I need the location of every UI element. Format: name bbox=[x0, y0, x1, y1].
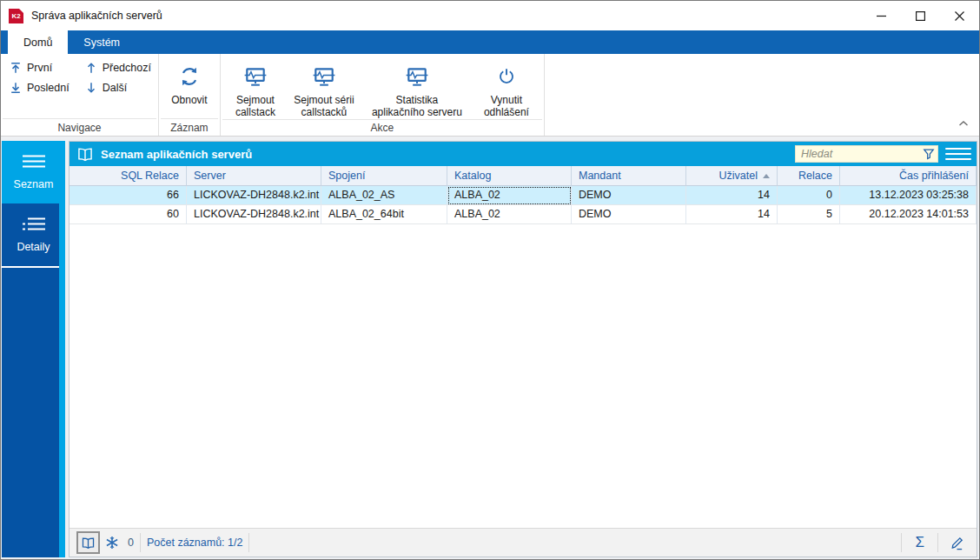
snap-callstack-label: Sejmout callstack bbox=[235, 94, 275, 119]
minimize-icon bbox=[877, 11, 886, 21]
cell-spojeni[interactable]: ALBA_02_AS bbox=[321, 186, 447, 205]
column-header-cas-prihlaseni[interactable]: Čas přihlášení bbox=[840, 166, 977, 186]
table-row[interactable]: 60 LICKOVAZ-DH2848.k2.int ALBA_02_64bit … bbox=[70, 205, 977, 224]
freeze-count: 0 bbox=[128, 537, 134, 549]
cell-mandant[interactable]: DEMO bbox=[572, 186, 686, 205]
cell-sql-relace[interactable]: 60 bbox=[70, 205, 187, 224]
record-count-label: Počet záznamů: 1/2 bbox=[147, 537, 242, 549]
statusbar-divider bbox=[248, 533, 249, 552]
snowflake-icon bbox=[105, 536, 119, 550]
monitor-pulse-icon bbox=[243, 63, 268, 90]
next-record-button[interactable]: Další bbox=[80, 77, 156, 97]
snap-callstack-series-button[interactable]: Sejmout sérii callstacků bbox=[287, 57, 361, 119]
cell-relace[interactable]: 5 bbox=[778, 205, 840, 224]
list-icon bbox=[21, 154, 47, 171]
last-record-label: Poslední bbox=[27, 82, 70, 94]
cell-katalog[interactable]: ALBA_02 bbox=[447, 205, 572, 224]
previous-record-label: Předchozí bbox=[103, 62, 151, 74]
column-header-sql-relace[interactable]: SQL Relace bbox=[70, 166, 187, 186]
app-logo-icon: K2 bbox=[9, 9, 23, 23]
column-header-spojeni[interactable]: Spojení bbox=[321, 166, 447, 186]
table-header-row: SQL Relace Server Spojení Katalog Mandan… bbox=[70, 166, 977, 186]
arrow-down-icon bbox=[85, 82, 97, 94]
force-logout-button[interactable]: Vynutit odhlášení bbox=[473, 57, 540, 119]
maximize-icon bbox=[916, 11, 925, 21]
column-header-katalog[interactable]: Katalog bbox=[447, 166, 572, 186]
hamburger-icon bbox=[945, 148, 971, 150]
monitor-pulse-icon bbox=[405, 63, 429, 90]
view-sidebar: Seznam Detaily bbox=[2, 141, 65, 557]
column-header-server[interactable]: Server bbox=[187, 166, 321, 186]
sidebar-item-label: Detaily bbox=[17, 241, 50, 253]
minimize-button[interactable] bbox=[862, 1, 901, 30]
table-row[interactable]: 66 LICKOVAZ-DH2848.k2.int ALBA_02_AS ALB… bbox=[70, 186, 977, 205]
group-label-akce: Akce bbox=[222, 119, 542, 136]
snap-callstack-series-label: Sejmout sérii callstacků bbox=[294, 94, 354, 119]
sidebar-item-label: Seznam bbox=[14, 178, 54, 190]
cell-server[interactable]: LICKOVAZ-DH2848.k2.int bbox=[187, 205, 321, 224]
next-record-label: Další bbox=[103, 82, 127, 94]
force-logout-label: Vynutit odhlášení bbox=[484, 94, 529, 119]
monitor-pulse-icon bbox=[312, 63, 336, 90]
cell-server[interactable]: LICKOVAZ-DH2848.k2.int bbox=[187, 186, 321, 205]
close-button[interactable] bbox=[940, 1, 979, 30]
sidebar-item-detaily[interactable]: Detaily bbox=[2, 203, 65, 266]
arrow-up-to-bar-icon bbox=[10, 62, 22, 74]
last-record-button[interactable]: Poslední bbox=[4, 77, 75, 97]
cell-relace[interactable]: 0 bbox=[778, 186, 840, 205]
main-panel: Seznam aplikačních serverů SQL Relace Se… bbox=[69, 141, 977, 557]
title-bar: K2 Správa aplikačních serverů bbox=[1, 1, 979, 30]
tab-system[interactable]: Systém bbox=[68, 30, 136, 54]
first-record-button[interactable]: První bbox=[4, 57, 75, 77]
cell-cas-prihlaseni[interactable]: 13.12.2023 03:25:38 bbox=[840, 186, 977, 205]
table-empty-area bbox=[70, 224, 977, 528]
book-view-button[interactable] bbox=[76, 531, 100, 554]
power-icon bbox=[496, 63, 517, 90]
previous-record-button[interactable]: Předchozí bbox=[80, 57, 156, 77]
open-book-icon bbox=[81, 537, 96, 550]
ribbon-tab-bar: Domů Systém bbox=[1, 30, 979, 54]
sort-ascending-icon bbox=[763, 174, 770, 178]
server-statistics-button[interactable]: Statistika aplikačního serveru bbox=[361, 57, 473, 119]
statusbar-divider bbox=[937, 533, 938, 552]
cell-cas-prihlaseni[interactable]: 20.12.2023 14:01:53 bbox=[840, 205, 977, 224]
ribbon-group-akce: Sejmout callstack Sejmout sérii callstac… bbox=[221, 54, 545, 136]
first-record-label: První bbox=[27, 62, 52, 74]
filter-funnel-icon[interactable] bbox=[923, 148, 935, 163]
freeze-snowflake-button[interactable] bbox=[100, 536, 124, 550]
cell-spojeni[interactable]: ALBA_02_64bit bbox=[321, 205, 447, 224]
refresh-icon bbox=[178, 63, 201, 90]
panel-menu-button[interactable] bbox=[945, 144, 971, 163]
tab-domu[interactable]: Domů bbox=[8, 30, 68, 54]
refresh-button[interactable]: Obnovit bbox=[162, 57, 216, 106]
statusbar-divider bbox=[140, 533, 141, 552]
ribbon: První Předchozí Poslední Další Navigace bbox=[1, 54, 979, 137]
maximize-button[interactable] bbox=[901, 1, 940, 30]
cell-mandant[interactable]: DEMO bbox=[572, 205, 686, 224]
detail-list-icon bbox=[21, 217, 47, 234]
sidebar-item-seznam[interactable]: Seznam bbox=[2, 141, 65, 203]
cell-uzivatel[interactable]: 14 bbox=[686, 186, 778, 205]
cell-katalog-focused[interactable]: ALBA_02 bbox=[447, 186, 572, 205]
cell-sql-relace[interactable]: 66 bbox=[70, 186, 187, 205]
search-input[interactable] bbox=[795, 145, 938, 163]
panel-header: Seznam aplikačních serverů bbox=[70, 142, 977, 166]
window-controls bbox=[862, 1, 979, 30]
ribbon-group-navigace: První Předchozí Poslední Další Navigace bbox=[1, 54, 159, 136]
column-header-relace[interactable]: Relace bbox=[778, 166, 840, 186]
chevron-up-icon bbox=[958, 120, 969, 127]
cell-uzivatel[interactable]: 14 bbox=[686, 205, 778, 224]
snap-callstack-button[interactable]: Sejmout callstack bbox=[224, 57, 287, 119]
server-statistics-label: Statistika aplikačního serveru bbox=[372, 94, 462, 119]
column-header-mandant[interactable]: Mandant bbox=[572, 166, 686, 186]
sum-sigma-button[interactable]: Σ bbox=[908, 534, 931, 551]
content-area: Seznam Detaily Seznam aplikačních server… bbox=[1, 137, 979, 559]
window-title: Správa aplikačních serverů bbox=[31, 10, 162, 22]
panel-title: Seznam aplikačních serverů bbox=[101, 148, 252, 161]
edit-pencil-button[interactable] bbox=[944, 536, 970, 550]
column-header-uzivatel[interactable]: Uživatel bbox=[686, 166, 778, 186]
collapse-ribbon-button[interactable] bbox=[958, 115, 969, 130]
app-window: K2 Správa aplikačních serverů Domů Systé… bbox=[0, 0, 980, 560]
search-box bbox=[795, 145, 938, 163]
sidebar-divider bbox=[2, 266, 59, 268]
